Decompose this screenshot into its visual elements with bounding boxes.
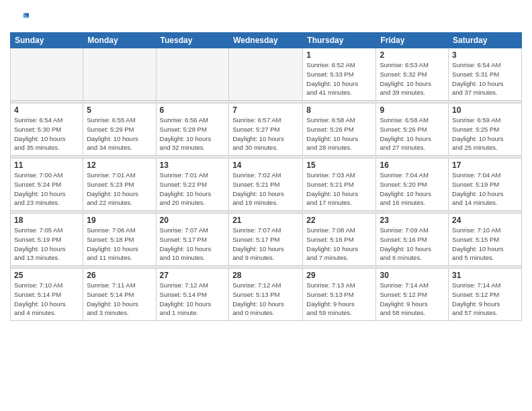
logo-icon bbox=[10, 9, 29, 28]
calendar-cell: 5Sunrise: 6:55 AM Sunset: 5:29 PM Daylig… bbox=[83, 103, 156, 156]
day-number: 18 bbox=[14, 216, 79, 225]
day-number: 15 bbox=[306, 161, 372, 170]
day-info: Sunrise: 7:04 AM Sunset: 5:19 PM Dayligh… bbox=[452, 171, 518, 208]
calendar-cell bbox=[11, 48, 83, 101]
calendar-cell: 3Sunrise: 6:54 AM Sunset: 5:31 PM Daylig… bbox=[449, 48, 522, 101]
day-info: Sunrise: 7:03 AM Sunset: 5:21 PM Dayligh… bbox=[306, 171, 372, 208]
day-number: 25 bbox=[14, 271, 79, 280]
day-number: 13 bbox=[160, 161, 226, 170]
weekday-header-wednesday: Wednesday bbox=[229, 33, 303, 48]
calendar-cell: 28Sunrise: 7:12 AM Sunset: 5:13 PM Dayli… bbox=[229, 269, 303, 321]
day-info: Sunrise: 7:08 AM Sunset: 5:16 PM Dayligh… bbox=[306, 226, 372, 263]
day-number: 27 bbox=[160, 271, 226, 280]
day-number: 16 bbox=[380, 161, 445, 170]
day-number: 2 bbox=[380, 50, 445, 60]
day-number: 3 bbox=[452, 50, 518, 60]
day-number: 31 bbox=[452, 271, 518, 280]
day-number: 22 bbox=[306, 216, 372, 225]
day-info: Sunrise: 7:07 AM Sunset: 5:17 PM Dayligh… bbox=[160, 226, 226, 263]
calendar-cell: 1Sunrise: 6:52 AM Sunset: 5:33 PM Daylig… bbox=[303, 48, 376, 101]
day-number: 5 bbox=[87, 105, 152, 115]
calendar-cell: 8Sunrise: 6:58 AM Sunset: 5:26 PM Daylig… bbox=[303, 103, 376, 156]
day-info: Sunrise: 6:58 AM Sunset: 5:26 PM Dayligh… bbox=[306, 116, 372, 152]
day-number: 30 bbox=[380, 271, 445, 280]
day-info: Sunrise: 7:14 AM Sunset: 5:12 PM Dayligh… bbox=[380, 281, 445, 318]
day-info: Sunrise: 6:53 AM Sunset: 5:32 PM Dayligh… bbox=[380, 60, 445, 97]
day-number: 9 bbox=[380, 105, 445, 115]
day-info: Sunrise: 7:12 AM Sunset: 5:13 PM Dayligh… bbox=[232, 281, 299, 318]
weekday-header-monday: Monday bbox=[83, 33, 156, 48]
day-info: Sunrise: 6:56 AM Sunset: 5:28 PM Dayligh… bbox=[160, 116, 226, 152]
day-info: Sunrise: 7:01 AM Sunset: 5:22 PM Dayligh… bbox=[160, 171, 226, 208]
day-number: 10 bbox=[452, 105, 518, 115]
weekday-header-thursday: Thursday bbox=[303, 33, 376, 48]
day-info: Sunrise: 7:13 AM Sunset: 5:13 PM Dayligh… bbox=[306, 281, 372, 318]
calendar-cell: 24Sunrise: 7:10 AM Sunset: 5:15 PM Dayli… bbox=[449, 214, 522, 266]
calendar-cell: 4Sunrise: 6:54 AM Sunset: 5:30 PM Daylig… bbox=[11, 103, 83, 156]
day-number: 11 bbox=[14, 161, 79, 170]
week-row-4: 18Sunrise: 7:05 AM Sunset: 5:19 PM Dayli… bbox=[11, 214, 522, 266]
calendar-cell: 9Sunrise: 6:58 AM Sunset: 5:26 PM Daylig… bbox=[376, 103, 449, 156]
weekday-header-sunday: Sunday bbox=[11, 33, 83, 48]
day-number: 20 bbox=[160, 216, 226, 225]
week-row-2: 4Sunrise: 6:54 AM Sunset: 5:30 PM Daylig… bbox=[11, 103, 522, 156]
day-info: Sunrise: 7:05 AM Sunset: 5:19 PM Dayligh… bbox=[14, 226, 79, 263]
calendar-cell: 31Sunrise: 7:14 AM Sunset: 5:12 PM Dayli… bbox=[449, 269, 522, 321]
calendar-cell: 30Sunrise: 7:14 AM Sunset: 5:12 PM Dayli… bbox=[376, 269, 449, 321]
day-number: 23 bbox=[380, 216, 445, 225]
day-info: Sunrise: 7:00 AM Sunset: 5:24 PM Dayligh… bbox=[14, 171, 79, 208]
week-row-5: 25Sunrise: 7:10 AM Sunset: 5:14 PM Dayli… bbox=[11, 269, 522, 321]
day-number: 21 bbox=[232, 216, 299, 225]
day-info: Sunrise: 6:54 AM Sunset: 5:30 PM Dayligh… bbox=[14, 116, 79, 152]
calendar-cell: 23Sunrise: 7:09 AM Sunset: 5:16 PM Dayli… bbox=[376, 214, 449, 266]
day-info: Sunrise: 7:09 AM Sunset: 5:16 PM Dayligh… bbox=[380, 226, 445, 263]
logo bbox=[10, 9, 32, 28]
calendar-cell: 25Sunrise: 7:10 AM Sunset: 5:14 PM Dayli… bbox=[11, 269, 83, 321]
day-info: Sunrise: 7:14 AM Sunset: 5:12 PM Dayligh… bbox=[452, 281, 518, 318]
calendar-cell: 18Sunrise: 7:05 AM Sunset: 5:19 PM Dayli… bbox=[11, 214, 83, 266]
calendar-cell: 22Sunrise: 7:08 AM Sunset: 5:16 PM Dayli… bbox=[303, 214, 376, 266]
calendar-cell: 13Sunrise: 7:01 AM Sunset: 5:22 PM Dayli… bbox=[156, 158, 229, 211]
calendar-cell: 29Sunrise: 7:13 AM Sunset: 5:13 PM Dayli… bbox=[303, 269, 376, 321]
calendar-cell: 11Sunrise: 7:00 AM Sunset: 5:24 PM Dayli… bbox=[11, 158, 83, 211]
weekday-header-saturday: Saturday bbox=[449, 33, 522, 48]
calendar-cell: 10Sunrise: 6:59 AM Sunset: 5:25 PM Dayli… bbox=[449, 103, 522, 156]
day-number: 29 bbox=[306, 271, 372, 280]
day-number: 6 bbox=[160, 105, 226, 115]
day-info: Sunrise: 7:06 AM Sunset: 5:18 PM Dayligh… bbox=[87, 226, 152, 263]
day-info: Sunrise: 7:02 AM Sunset: 5:21 PM Dayligh… bbox=[232, 171, 299, 208]
day-number: 28 bbox=[232, 271, 299, 280]
calendar-cell bbox=[156, 48, 229, 101]
day-info: Sunrise: 6:59 AM Sunset: 5:25 PM Dayligh… bbox=[452, 116, 518, 152]
calendar-cell: 15Sunrise: 7:03 AM Sunset: 5:21 PM Dayli… bbox=[303, 158, 376, 211]
weekday-header-friday: Friday bbox=[376, 33, 449, 48]
day-number: 19 bbox=[87, 216, 152, 225]
day-info: Sunrise: 7:04 AM Sunset: 5:20 PM Dayligh… bbox=[380, 171, 445, 208]
day-info: Sunrise: 7:10 AM Sunset: 5:14 PM Dayligh… bbox=[14, 281, 79, 318]
calendar-cell: 7Sunrise: 6:57 AM Sunset: 5:27 PM Daylig… bbox=[229, 103, 303, 156]
day-info: Sunrise: 6:54 AM Sunset: 5:31 PM Dayligh… bbox=[452, 60, 518, 97]
day-info: Sunrise: 7:10 AM Sunset: 5:15 PM Dayligh… bbox=[452, 226, 518, 263]
day-number: 8 bbox=[306, 105, 372, 115]
calendar-cell: 17Sunrise: 7:04 AM Sunset: 5:19 PM Dayli… bbox=[449, 158, 522, 211]
day-number: 24 bbox=[452, 216, 518, 225]
day-number: 7 bbox=[232, 105, 299, 115]
calendar-cell bbox=[83, 48, 156, 101]
calendar-cell: 26Sunrise: 7:11 AM Sunset: 5:14 PM Dayli… bbox=[83, 269, 156, 321]
day-number: 12 bbox=[87, 161, 152, 170]
calendar-cell: 19Sunrise: 7:06 AM Sunset: 5:18 PM Dayli… bbox=[83, 214, 156, 266]
day-info: Sunrise: 6:55 AM Sunset: 5:29 PM Dayligh… bbox=[87, 116, 152, 152]
day-info: Sunrise: 7:12 AM Sunset: 5:14 PM Dayligh… bbox=[160, 281, 226, 318]
week-row-1: 1Sunrise: 6:52 AM Sunset: 5:33 PM Daylig… bbox=[11, 48, 522, 101]
day-info: Sunrise: 6:52 AM Sunset: 5:33 PM Dayligh… bbox=[306, 60, 372, 97]
day-number: 1 bbox=[306, 50, 372, 60]
calendar-cell: 27Sunrise: 7:12 AM Sunset: 5:14 PM Dayli… bbox=[156, 269, 229, 321]
calendar-cell: 6Sunrise: 6:56 AM Sunset: 5:28 PM Daylig… bbox=[156, 103, 229, 156]
calendar-cell: 12Sunrise: 7:01 AM Sunset: 5:23 PM Dayli… bbox=[83, 158, 156, 211]
calendar-cell: 2Sunrise: 6:53 AM Sunset: 5:32 PM Daylig… bbox=[376, 48, 449, 101]
week-row-3: 11Sunrise: 7:00 AM Sunset: 5:24 PM Dayli… bbox=[11, 158, 522, 211]
calendar-cell bbox=[229, 48, 303, 101]
calendar: SundayMondayTuesdayWednesdayThursdayFrid… bbox=[10, 32, 522, 321]
day-info: Sunrise: 7:07 AM Sunset: 5:17 PM Dayligh… bbox=[232, 226, 299, 263]
day-number: 14 bbox=[232, 161, 299, 170]
